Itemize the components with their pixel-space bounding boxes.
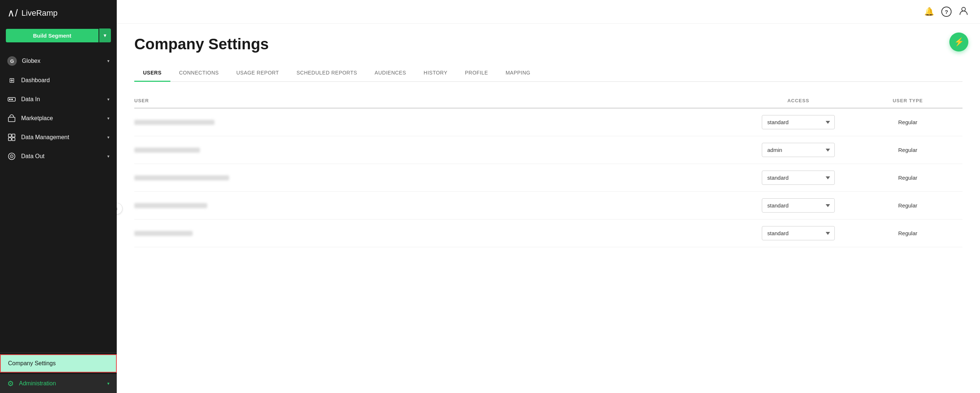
company-settings-label: Company Settings (8, 360, 56, 367)
sidebar: ∧/ LiveRamp Build Segment ▾ G Globex ▾ ⊞… (0, 0, 117, 393)
build-segment-container: Build Segment ▾ (0, 26, 117, 48)
user-name-cell (134, 120, 744, 125)
svg-point-11 (962, 7, 966, 11)
column-header-user: USER (134, 98, 744, 103)
sidebar-item-dashboard-label: Dashboard (21, 77, 110, 84)
access-dropdown[interactable]: standard admin read-only (762, 171, 835, 185)
sidebar-item-marketplace[interactable]: Marketplace ▾ (0, 109, 117, 128)
sidebar-item-data-in[interactable]: Data In ▾ (0, 90, 117, 109)
globex-chevron-icon: ▾ (107, 58, 110, 64)
svg-rect-7 (12, 138, 15, 141)
administration-chevron-icon: ▾ (107, 381, 110, 386)
user-name-blurred (134, 147, 200, 153)
tab-audiences[interactable]: AUDIENCES (366, 65, 415, 82)
tab-usage-report[interactable]: USAGE REPORT (228, 65, 288, 82)
table-row: standard admin read-only Regular (134, 164, 963, 192)
user-name-blurred (134, 203, 207, 208)
table-row: admin standard read-only Regular (134, 136, 963, 164)
user-type-cell: Regular (853, 202, 963, 209)
sidebar-item-administration[interactable]: ⚙ Administration ▾ (0, 374, 117, 393)
data-management-icon (7, 133, 16, 142)
sidebar-item-data-in-label: Data In (21, 96, 102, 103)
sidebar-item-globex-label: Globex (22, 58, 102, 64)
data-in-icon (7, 95, 16, 104)
sidebar-item-data-management-label: Data Management (21, 134, 102, 141)
sidebar-nav: G Globex ▾ ⊞ Dashboard Data In ▾ (0, 48, 117, 353)
sidebar-item-data-out-label: Data Out (21, 153, 102, 160)
access-dropdown[interactable]: standard admin read-only (762, 115, 835, 129)
user-type-cell: Regular (853, 174, 963, 181)
page-area: ‹ Company Settings USERS CONNECTIONS USA… (117, 24, 980, 393)
access-cell: admin standard read-only (744, 143, 853, 157)
help-question-icon[interactable]: ? (941, 6, 951, 17)
liveramp-logo-text: LiveRamp (22, 8, 58, 18)
data-management-chevron-icon: ▾ (107, 135, 110, 140)
user-name-cell (134, 147, 744, 153)
globex-avatar: G (7, 56, 17, 66)
access-cell: standard admin read-only (744, 226, 853, 240)
build-segment-button[interactable]: Build Segment (6, 29, 99, 42)
table-row: standard admin read-only Regular (134, 219, 963, 247)
column-header-access: ACCESS (744, 98, 853, 103)
access-dropdown[interactable]: standard admin read-only (762, 226, 835, 240)
svg-rect-1 (9, 99, 11, 100)
action-fab-button[interactable]: ⚡ (949, 32, 968, 51)
marketplace-chevron-icon: ▾ (107, 116, 110, 121)
tabs-container: USERS CONNECTIONS USAGE REPORT SCHEDULED… (134, 65, 963, 82)
user-name-cell (134, 175, 744, 181)
lightning-bolt-icon: ⚡ (954, 37, 964, 47)
sidebar-item-data-out[interactable]: Data Out ▾ (0, 147, 117, 166)
administration-label: Administration (19, 380, 102, 387)
user-type-cell: Regular (853, 119, 963, 125)
tab-users[interactable]: USERS (134, 65, 170, 82)
build-segment-dropdown-button[interactable]: ▾ (99, 29, 111, 42)
tab-history[interactable]: HISTORY (415, 65, 456, 82)
page-title: Company Settings (134, 35, 963, 53)
user-account-icon[interactable] (959, 6, 968, 18)
main-content: 🔔 ? ‹ Company Settings USERS CONNECTIONS… (117, 0, 980, 393)
user-name-blurred (134, 231, 192, 236)
user-name-blurred (134, 120, 215, 125)
svg-rect-4 (8, 134, 11, 137)
access-dropdown[interactable]: admin standard read-only (762, 143, 835, 157)
notifications-bell-icon[interactable]: 🔔 (924, 7, 934, 16)
user-type-cell: Regular (853, 147, 963, 153)
table-row: standard admin read-only Regular (134, 109, 963, 136)
svg-rect-2 (11, 99, 13, 100)
access-cell: standard admin read-only (744, 171, 853, 185)
tab-profile[interactable]: PROFILE (456, 65, 496, 82)
column-header-user-type: USER TYPE (853, 98, 963, 103)
tab-mapping[interactable]: MAPPING (497, 65, 539, 82)
data-out-icon (7, 152, 16, 161)
sidebar-item-marketplace-label: Marketplace (21, 115, 102, 121)
administration-gear-icon: ⚙ (7, 379, 14, 388)
data-in-chevron-icon: ▾ (107, 97, 110, 102)
sidebar-item-company-settings[interactable]: Company Settings (0, 354, 117, 372)
svg-rect-5 (12, 134, 15, 137)
user-name-cell (134, 231, 744, 236)
table-header: USER ACCESS USER TYPE (134, 94, 963, 109)
user-name-blurred (134, 175, 229, 181)
top-header: 🔔 ? (117, 0, 980, 24)
svg-rect-6 (8, 138, 11, 141)
liveramp-logo-icon: ∧/ (7, 8, 18, 18)
tab-connections[interactable]: CONNECTIONS (170, 65, 228, 82)
svg-rect-3 (8, 117, 15, 121)
tab-scheduled-reports[interactable]: SCHEDULED REPORTS (288, 65, 366, 82)
access-cell: standard admin read-only (744, 115, 853, 129)
sidebar-toggle-button[interactable]: ‹ (117, 203, 123, 214)
sidebar-bottom: Company Settings ⚙ Administration ▾ (0, 353, 117, 393)
sidebar-item-data-management[interactable]: Data Management ▾ (0, 128, 117, 147)
access-dropdown[interactable]: standard admin read-only (762, 198, 835, 212)
access-cell: standard admin read-only (744, 198, 853, 212)
user-name-cell (134, 203, 744, 208)
sidebar-item-globex[interactable]: G Globex ▾ (0, 51, 117, 71)
users-table: USER ACCESS USER TYPE standard admin rea… (134, 94, 963, 247)
data-out-chevron-icon: ▾ (107, 154, 110, 159)
sidebar-item-dashboard[interactable]: ⊞ Dashboard (0, 71, 117, 90)
marketplace-icon (7, 114, 16, 123)
svg-point-10 (11, 156, 12, 157)
table-row: standard admin read-only Regular (134, 192, 963, 219)
dashboard-icon: ⊞ (7, 76, 16, 85)
user-type-cell: Regular (853, 230, 963, 236)
